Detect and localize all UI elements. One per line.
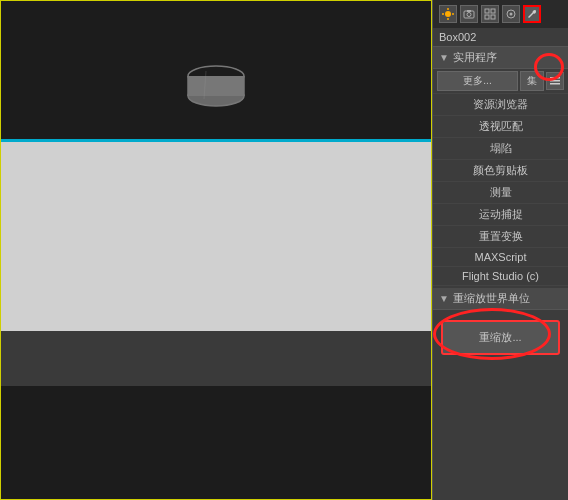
target-icon[interactable] [502,5,520,23]
panel-toolbar [433,0,568,28]
menu-item-asset-browser[interactable]: 资源浏览器 [433,94,568,116]
svg-point-12 [467,13,471,17]
viewport-bottom-dark [1,331,431,386]
rescale-section: ▼ 重缩放世界单位 重缩放... [433,288,568,365]
rescale-section-label: 重缩放世界单位 [453,291,530,306]
rescale-section-header: ▼ 重缩放世界单位 [433,288,568,310]
config-icon[interactable] [546,72,564,90]
viewport-blue-line [1,139,431,142]
wrench-icon[interactable] [523,5,541,23]
menu-item-reset-transform[interactable]: 重置变换 [433,226,568,248]
utility-section-label: 实用程序 [453,50,497,65]
more-button-label: 更多... [463,75,491,86]
viewport [0,0,432,500]
viewport-3d-object [176,61,256,124]
rescale-collapse-icon: ▼ [439,293,449,304]
svg-rect-21 [550,80,560,82]
svg-rect-20 [550,77,560,79]
sun-icon[interactable] [439,5,457,23]
utility-section-header: ▼ 实用程序 [433,47,568,69]
svg-rect-16 [485,15,489,19]
menu-item-color-clipboard[interactable]: 颜色剪贴板 [433,160,568,182]
right-panel: Box002 ▼ 实用程序 更多... 集 资源浏览器 透视匹配 塌陷 颜色剪贴… [432,0,568,500]
menu-items-container: 资源浏览器 透视匹配 塌陷 颜色剪贴板 测量 运动捕捉 重置变换 MAXScri… [433,94,568,286]
ji-button[interactable]: 集 [520,71,544,91]
svg-rect-22 [550,83,560,85]
menu-item-maxscript[interactable]: MAXScript [433,248,568,267]
menu-item-measure[interactable]: 测量 [433,182,568,204]
more-row: 更多... 集 [433,69,568,94]
svg-rect-15 [491,9,495,13]
svg-rect-17 [491,15,495,19]
svg-rect-2 [188,76,244,96]
rescale-button[interactable]: 重缩放... [441,320,560,355]
menu-item-collapse[interactable]: 塌陷 [433,138,568,160]
viewport-very-bottom [1,386,431,499]
ji-button-label: 集 [527,75,537,86]
collapse-icon: ▼ [439,52,449,63]
menu-item-flight-studio[interactable]: Flight Studio (c) [433,267,568,286]
svg-rect-14 [485,9,489,13]
box-label-text: Box002 [439,31,476,43]
svg-rect-13 [467,10,471,12]
menu-item-perspective-match[interactable]: 透视匹配 [433,116,568,138]
viewport-middle-light [1,141,431,331]
svg-point-19 [510,13,513,16]
more-button[interactable]: 更多... [437,71,518,91]
svg-point-6 [445,11,451,17]
rescale-button-label: 重缩放... [479,331,521,343]
box-label: Box002 [433,28,568,47]
menu-item-motion-capture[interactable]: 运动捕捉 [433,204,568,226]
camera-icon[interactable] [460,5,478,23]
grid-icon[interactable] [481,5,499,23]
